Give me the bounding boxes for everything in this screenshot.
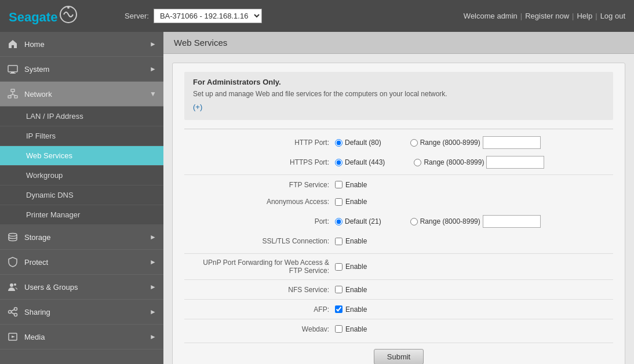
content-body: For Administrators Only. Set up and mana… bbox=[163, 54, 634, 364]
sidebar-item-sharing[interactable]: Sharing ► bbox=[0, 300, 163, 325]
https-default-radio-label[interactable]: Default (443) bbox=[335, 158, 385, 166]
webdav-enable-label[interactable]: Enable bbox=[335, 325, 367, 333]
upnp-controls: Enable bbox=[335, 263, 613, 271]
sidebar-subitem-lan-ip[interactable]: LAN / IP Address bbox=[0, 107, 163, 126]
svg-point-17 bbox=[14, 314, 17, 316]
sidebar-label-system: System bbox=[24, 65, 49, 74]
nfs-enable-label[interactable]: Enable bbox=[335, 286, 367, 294]
https-range-radio-label[interactable]: Range (8000-8999) bbox=[414, 158, 484, 166]
protect-arrow: ► bbox=[150, 258, 156, 266]
port-default-text: Default (21) bbox=[345, 217, 381, 225]
afp-enable-label[interactable]: Enable bbox=[335, 305, 367, 314]
ssl-enable-text: Enable bbox=[345, 237, 367, 245]
sidebar-label-users-groups: Users & Groups bbox=[24, 283, 78, 292]
port-range-input[interactable] bbox=[483, 215, 541, 228]
sidebar-item-users-groups[interactable]: Users & Groups ► bbox=[0, 275, 163, 300]
ssl-tls-row: SSL/TLS Connection: Enable bbox=[184, 234, 613, 249]
logout-link[interactable]: Log out bbox=[600, 12, 625, 20]
sidebar-subitem-web-services[interactable]: Web Services bbox=[0, 146, 163, 166]
http-default-radio[interactable] bbox=[335, 139, 342, 147]
upnp-enable-label[interactable]: Enable bbox=[335, 263, 367, 271]
webdav-enable-checkbox[interactable] bbox=[335, 325, 342, 333]
nfs-service-label: NFS Service: bbox=[184, 286, 335, 294]
sidebar-item-home[interactable]: Home ► bbox=[0, 32, 163, 57]
sidebar: Home ► System ► Network ▼ bbox=[0, 32, 163, 364]
sidebar-item-media[interactable]: Media ► bbox=[0, 325, 163, 350]
home-arrow: ► bbox=[150, 40, 156, 48]
nfs-enable-checkbox[interactable] bbox=[335, 286, 342, 293]
server-select[interactable]: BA-371066 - 192.168.1.16 bbox=[154, 9, 262, 23]
subitem-label-workgroup: Workgroup bbox=[26, 171, 63, 180]
afp-enable-checkbox[interactable] bbox=[335, 305, 342, 313]
subitem-label-lan-ip: LAN / IP Address bbox=[26, 112, 83, 121]
ftp-enable-label[interactable]: Enable bbox=[335, 181, 367, 189]
http-port-label: HTTP Port: bbox=[184, 139, 335, 147]
sidebar-item-storage[interactable]: Storage ► bbox=[0, 225, 163, 250]
upnp-enable-checkbox[interactable] bbox=[335, 263, 342, 271]
ftp-service-row: FTP Service: Enable bbox=[184, 174, 613, 190]
media-icon bbox=[7, 331, 19, 343]
sidebar-subitem-ip-filters[interactable]: IP Filters bbox=[0, 126, 163, 146]
upnp-enable-text: Enable bbox=[345, 263, 367, 271]
help-link[interactable]: Help bbox=[577, 12, 592, 20]
form-section: HTTP Port: Default (80) Range (8000-8999… bbox=[184, 129, 613, 364]
http-range-text: Range (8000-8999) bbox=[420, 139, 480, 147]
port-range-group: Range (8000-8999) bbox=[410, 215, 541, 228]
port-default-radio-label[interactable]: Default (21) bbox=[335, 217, 381, 225]
ssl-enable-label[interactable]: Enable bbox=[335, 237, 367, 245]
port-row: Port: Default (21) Range (8000-8999) bbox=[184, 214, 613, 229]
sidebar-item-network[interactable]: Network ▼ bbox=[0, 82, 163, 107]
http-range-radio-label[interactable]: Range (8000-8999) bbox=[410, 139, 480, 147]
page-title: Web Services bbox=[174, 38, 227, 48]
top-nav: Welcome admin | Register now | Help | Lo… bbox=[464, 12, 625, 20]
ftp-enable-text: Enable bbox=[345, 181, 367, 189]
welcome-text: Welcome admin bbox=[464, 12, 518, 20]
subitem-label-web-services: Web Services bbox=[26, 151, 72, 160]
logo-area: Seagate bbox=[9, 4, 125, 28]
https-range-radio[interactable] bbox=[414, 159, 421, 166]
ftp-service-label: FTP Service: bbox=[184, 181, 335, 189]
afp-controls: Enable bbox=[335, 305, 613, 314]
users-arrow: ► bbox=[150, 283, 156, 291]
http-range-input[interactable] bbox=[483, 136, 541, 149]
network-icon bbox=[7, 88, 19, 100]
expand-link[interactable]: (+) bbox=[193, 103, 202, 111]
sep1: | bbox=[520, 12, 522, 20]
svg-rect-7 bbox=[8, 96, 11, 98]
sidebar-item-system[interactable]: System ► bbox=[0, 57, 163, 82]
sidebar-subitem-printer-manager[interactable]: Printer Manager bbox=[0, 205, 163, 225]
subitem-label-printer-manager: Printer Manager bbox=[26, 210, 80, 219]
ftp-enable-checkbox[interactable] bbox=[335, 181, 342, 188]
port-range-radio-label[interactable]: Range (8000-8999) bbox=[410, 217, 480, 225]
svg-line-19 bbox=[12, 312, 14, 314]
protect-icon bbox=[7, 256, 19, 268]
network-arrow: ▼ bbox=[150, 90, 156, 98]
port-range-radio[interactable] bbox=[410, 218, 418, 225]
anon-enable-checkbox[interactable] bbox=[335, 198, 342, 206]
port-default-radio[interactable] bbox=[335, 218, 342, 225]
svg-point-15 bbox=[14, 308, 17, 311]
seagate-logo: Seagate bbox=[9, 4, 78, 28]
sep3: | bbox=[595, 12, 597, 20]
server-area: Server: BA-371066 - 192.168.1.16 bbox=[125, 9, 262, 23]
sidebar-label-network: Network bbox=[24, 90, 52, 99]
content-header: Web Services bbox=[163, 32, 634, 54]
http-default-radio-label[interactable]: Default (80) bbox=[335, 139, 381, 147]
users-icon bbox=[7, 281, 19, 293]
sidebar-item-protect[interactable]: Protect ► bbox=[0, 250, 163, 275]
https-default-radio[interactable] bbox=[335, 159, 342, 166]
anon-enable-label[interactable]: Enable bbox=[335, 198, 367, 206]
https-range-input[interactable] bbox=[486, 156, 544, 169]
ssl-enable-checkbox[interactable] bbox=[335, 238, 342, 245]
webdav-enable-text: Enable bbox=[345, 325, 367, 333]
media-arrow: ► bbox=[150, 333, 156, 341]
sidebar-subitem-dynamic-dns[interactable]: Dynamic DNS bbox=[0, 185, 163, 205]
sidebar-label-protect: Protect bbox=[24, 258, 48, 267]
svg-point-12 bbox=[9, 234, 17, 236]
register-link[interactable]: Register now bbox=[525, 12, 569, 20]
nfs-service-controls: Enable bbox=[335, 286, 613, 294]
sidebar-subitem-workgroup[interactable]: Workgroup bbox=[0, 166, 163, 185]
http-range-radio[interactable] bbox=[410, 139, 418, 147]
intro-title: For Administrators Only. bbox=[193, 78, 604, 86]
submit-button[interactable]: Submit bbox=[374, 349, 424, 364]
